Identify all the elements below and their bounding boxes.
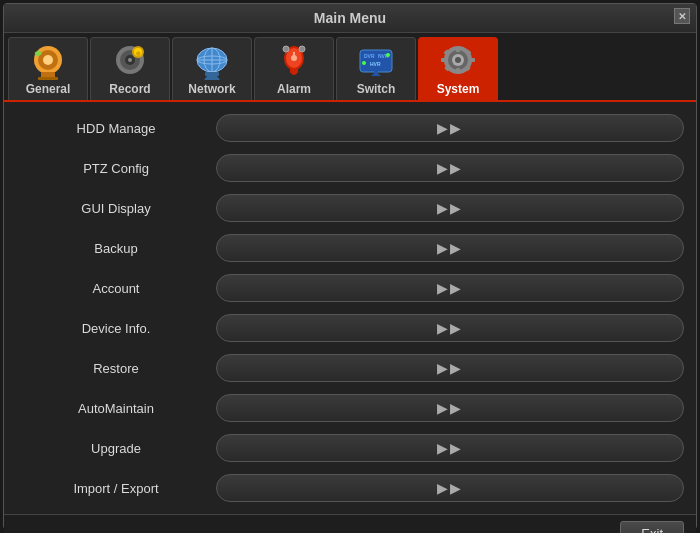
svg-rect-19 [205, 72, 219, 76]
svg-rect-43 [456, 68, 460, 73]
menu-label-restore: Restore [16, 361, 216, 376]
alarm-icon [274, 44, 314, 80]
menu-label-device-info: Device Info. [16, 321, 216, 336]
window-title: Main Menu [314, 10, 386, 26]
menu-row: Restore▶▶ [16, 350, 684, 386]
menu-label-auto-maintain: AutoMaintain [16, 401, 216, 416]
menu-row: PTZ Config▶▶ [16, 150, 684, 186]
menu-label-gui-display: GUI Display [16, 201, 216, 216]
bottom-bar: Exit [4, 514, 696, 533]
exit-button[interactable]: Exit [620, 521, 684, 533]
svg-rect-45 [470, 58, 475, 62]
menu-label-backup: Backup [16, 241, 216, 256]
svg-point-28 [299, 46, 305, 52]
tab-switch-label: Switch [357, 82, 396, 96]
menu-button-backup[interactable]: ▶▶ [216, 234, 684, 262]
tab-network-label: Network [188, 82, 235, 96]
arrow-icon: ▶▶ [437, 400, 463, 416]
menu-button-device-info[interactable]: ▶▶ [216, 314, 684, 342]
tab-record-label: Record [109, 82, 150, 96]
menu-label-upgrade: Upgrade [16, 441, 216, 456]
svg-marker-20 [204, 76, 220, 80]
arrow-icon: ▶▶ [437, 120, 463, 136]
menu-button-gui-display[interactable]: ▶▶ [216, 194, 684, 222]
content-area: HDD Manage▶▶PTZ Config▶▶GUI Display▶▶Bac… [4, 102, 696, 514]
svg-point-4 [43, 55, 53, 65]
menu-row: Account▶▶ [16, 270, 684, 306]
svg-rect-3 [38, 77, 58, 80]
menu-row: Upgrade▶▶ [16, 430, 684, 466]
tab-general-label: General [26, 82, 71, 96]
close-button[interactable]: ✕ [674, 8, 690, 24]
menu-label-account: Account [16, 281, 216, 296]
switch-icon: DVR NVR HVR [356, 44, 396, 80]
arrow-icon: ▶▶ [437, 240, 463, 256]
arrow-icon: ▶▶ [437, 480, 463, 496]
general-icon [28, 44, 68, 80]
tab-system[interactable]: System [418, 37, 498, 100]
menu-row: Device Info.▶▶ [16, 310, 684, 346]
svg-point-41 [455, 57, 461, 63]
menu-button-restore[interactable]: ▶▶ [216, 354, 684, 382]
arrow-icon: ▶▶ [437, 360, 463, 376]
svg-point-35 [386, 53, 390, 57]
svg-rect-42 [456, 47, 460, 52]
record-icon: ◎ [110, 44, 150, 80]
tab-network[interactable]: Network [172, 37, 252, 100]
arrow-icon: ▶▶ [437, 280, 463, 296]
svg-point-34 [362, 61, 366, 65]
menu-button-ptz-config[interactable]: ▶▶ [216, 154, 684, 182]
tab-system-label: System [437, 82, 480, 96]
menu-row: Backup▶▶ [16, 230, 684, 266]
menu-button-account[interactable]: ▶▶ [216, 274, 684, 302]
main-window: Main Menu ✕ General [3, 3, 697, 530]
tab-switch[interactable]: DVR NVR HVR Switch [336, 37, 416, 100]
menu-row: Import / Export▶▶ [16, 470, 684, 506]
menu-row: AutoMaintain▶▶ [16, 390, 684, 426]
arrow-icon: ▶▶ [437, 440, 463, 456]
tab-record[interactable]: ◎ Record [90, 37, 170, 100]
menu-button-upgrade[interactable]: ▶▶ [216, 434, 684, 462]
svg-text:DVR: DVR [364, 53, 375, 59]
tab-alarm-label: Alarm [277, 82, 311, 96]
menu-label-ptz-config: PTZ Config [16, 161, 216, 176]
arrow-icon: ▶▶ [437, 320, 463, 336]
menu-button-hdd-manage[interactable]: ▶▶ [216, 114, 684, 142]
system-icon [438, 44, 478, 80]
svg-rect-44 [441, 58, 446, 62]
svg-point-9 [128, 58, 132, 62]
menu-label-import-export: Import / Export [16, 481, 216, 496]
network-icon [192, 44, 232, 80]
tab-general[interactable]: General [8, 37, 88, 100]
title-bar: Main Menu ✕ [4, 4, 696, 33]
svg-rect-37 [374, 71, 378, 76]
arrow-icon: ▶▶ [437, 200, 463, 216]
tab-alarm[interactable]: Alarm [254, 37, 334, 100]
svg-point-24 [291, 69, 297, 75]
svg-point-27 [283, 46, 289, 52]
arrow-icon: ▶▶ [437, 160, 463, 176]
svg-text:HVR: HVR [370, 61, 381, 67]
menu-label-hdd-manage: HDD Manage [16, 121, 216, 136]
menu-row: GUI Display▶▶ [16, 190, 684, 226]
nav-tabs: General ◎ Record [4, 33, 696, 102]
menu-button-import-export[interactable]: ▶▶ [216, 474, 684, 502]
menu-row: HDD Manage▶▶ [16, 110, 684, 146]
menu-button-auto-maintain[interactable]: ▶▶ [216, 394, 684, 422]
